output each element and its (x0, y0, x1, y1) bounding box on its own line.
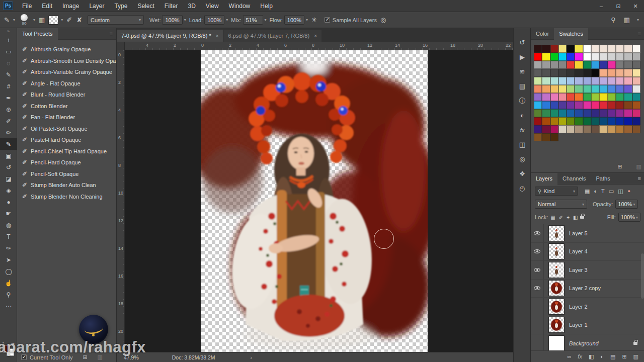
search-icon[interactable]: ⚲ (610, 16, 617, 24)
layers-scrollbar[interactable] (641, 253, 644, 299)
color-swatch[interactable] (591, 85, 599, 93)
color-swatch[interactable] (583, 125, 591, 133)
color-swatch[interactable] (575, 117, 583, 125)
tool-preset-item[interactable]: ✐Stump Blender Auto Clean (17, 179, 116, 191)
color-swatch[interactable] (567, 109, 575, 117)
tool-preset-item[interactable]: ✐Cotton Blender (17, 101, 116, 112)
tool-preset-item[interactable]: ✐Stump Blender Non Cleaning (17, 191, 116, 203)
fill-field[interactable]: 100% ▾ (618, 213, 640, 222)
color-swatch[interactable] (599, 125, 607, 133)
color-swatch[interactable] (591, 125, 599, 133)
adjustment-layer-icon[interactable]: ◐ (600, 353, 604, 359)
color-swatch[interactable] (534, 133, 542, 141)
color-swatch[interactable] (534, 61, 542, 69)
color-swatch[interactable] (616, 109, 624, 117)
load-field[interactable]: 100% (204, 15, 224, 25)
chevron-down-icon[interactable]: ▾ (637, 18, 639, 22)
layer-filter-type-icon[interactable]: ◐ (594, 188, 597, 194)
color-swatch[interactable] (550, 53, 558, 61)
flow-field[interactable]: 100% (284, 15, 304, 25)
mixer-brush-tool-icon[interactable]: ✎ (3, 16, 11, 24)
color-swatch[interactable] (558, 125, 567, 133)
menu-window[interactable]: Window (224, 0, 256, 12)
tab-tool-presets[interactable]: Tool Presets (17, 28, 58, 40)
brush-preset-picker[interactable]: 90 (18, 14, 31, 26)
color-swatch[interactable] (583, 45, 591, 53)
chevron-down-icon[interactable]: ▾ (184, 18, 186, 22)
gradient-tool[interactable]: ◈ (0, 185, 17, 196)
color-swatch[interactable] (567, 93, 575, 101)
color-swatch[interactable] (542, 93, 550, 101)
color-swatch[interactable] (583, 69, 591, 77)
color-swatch[interactable] (534, 85, 542, 93)
marquee-tool[interactable]: ▭ (0, 46, 17, 57)
blend-mode-select[interactable]: Normal ▾ (535, 200, 587, 209)
menu-help[interactable]: Help (255, 0, 278, 12)
tool-preset-item[interactable]: ✐Airbrush-Smooth Low Density Opac (17, 55, 116, 67)
visibility-toggle[interactable] (531, 334, 544, 352)
document-tab[interactable]: 7-0.psd @ 47.9% (Layer 9, RGB/8) *× (117, 30, 223, 42)
color-swatch[interactable] (632, 77, 640, 85)
color-swatch[interactable] (575, 61, 583, 69)
color-swatch[interactable] (591, 45, 599, 53)
zoom-tool[interactable]: ⚲ (0, 289, 17, 300)
sample-all-layers-checkbox[interactable] (325, 17, 330, 23)
lock-all-icon[interactable] (580, 216, 584, 219)
color-swatch[interactable] (608, 93, 616, 101)
chevron-down-icon[interactable]: ▾ (226, 18, 228, 22)
layer-filter-type-icon[interactable]: T (601, 188, 605, 194)
color-swatch[interactable] (616, 85, 624, 93)
color-swatch[interactable] (632, 53, 640, 61)
color-swatch[interactable] (616, 77, 624, 85)
color-swatch[interactable] (567, 101, 575, 109)
timeline-panel-icon[interactable]: ◴ (514, 181, 531, 196)
crop-tool[interactable]: # (0, 80, 17, 92)
color-swatch[interactable] (591, 101, 599, 109)
color-swatch[interactable] (632, 109, 640, 117)
panel-menu-icon[interactable]: ≡ (638, 31, 644, 37)
color-swatch[interactable] (558, 101, 567, 109)
tab-layers[interactable]: Layers (531, 173, 557, 185)
color-swatch[interactable] (608, 117, 616, 125)
visibility-toggle[interactable] (531, 316, 544, 334)
color-swatch[interactable] (575, 85, 583, 93)
color-swatch[interactable] (567, 77, 575, 85)
layer-filter-type-icon[interactable]: ▭ (609, 188, 614, 195)
color-swatch[interactable] (599, 101, 607, 109)
color-swatch[interactable] (632, 125, 640, 133)
color-swatch[interactable] (558, 93, 567, 101)
wet-field[interactable]: 100% (162, 15, 182, 25)
color-swatch[interactable] (558, 69, 567, 77)
color-swatch[interactable] (542, 117, 550, 125)
color-swatch[interactable] (624, 85, 632, 93)
color-swatch[interactable] (534, 101, 542, 109)
color-swatch[interactable] (550, 101, 558, 109)
menu-3d[interactable]: 3D (183, 0, 200, 12)
tool-preset-item[interactable]: ✐Oil Pastel-Soft Opaque (17, 123, 116, 135)
move-tool[interactable]: + (0, 34, 17, 46)
canvas-viewport[interactable] (125, 50, 513, 352)
smoothing-icon[interactable]: ◎ (379, 16, 387, 24)
color-swatch[interactable] (616, 101, 624, 109)
tool-preset-item[interactable]: ✐Pencil-Soft Opaque (17, 168, 116, 180)
color-swatch[interactable] (583, 61, 591, 69)
color-swatch[interactable] (608, 61, 616, 69)
minimize-button[interactable]: – (593, 0, 610, 12)
color-swatch[interactable] (608, 85, 616, 93)
color-swatch[interactable] (599, 53, 607, 61)
layer-row[interactable]: Layer 2 copy (531, 280, 644, 298)
visibility-toggle[interactable] (531, 298, 544, 316)
visibility-toggle[interactable] (531, 280, 544, 298)
menu-image[interactable]: Image (57, 0, 84, 12)
color-swatch[interactable] (624, 125, 632, 133)
color-swatch[interactable] (591, 109, 599, 117)
brush-load-swatch[interactable] (48, 16, 58, 25)
ellipse-tool[interactable]: ◯ (0, 265, 17, 277)
quick-selection-tool[interactable]: ✎ (0, 69, 17, 80)
color-swatch[interactable] (632, 93, 640, 101)
menu-filter[interactable]: Filter (159, 0, 183, 12)
clone-stamp-tool[interactable]: ▣ (0, 150, 17, 161)
color-swatch[interactable] (542, 61, 550, 69)
color-swatch[interactable] (583, 93, 591, 101)
color-swatch[interactable] (542, 77, 550, 85)
